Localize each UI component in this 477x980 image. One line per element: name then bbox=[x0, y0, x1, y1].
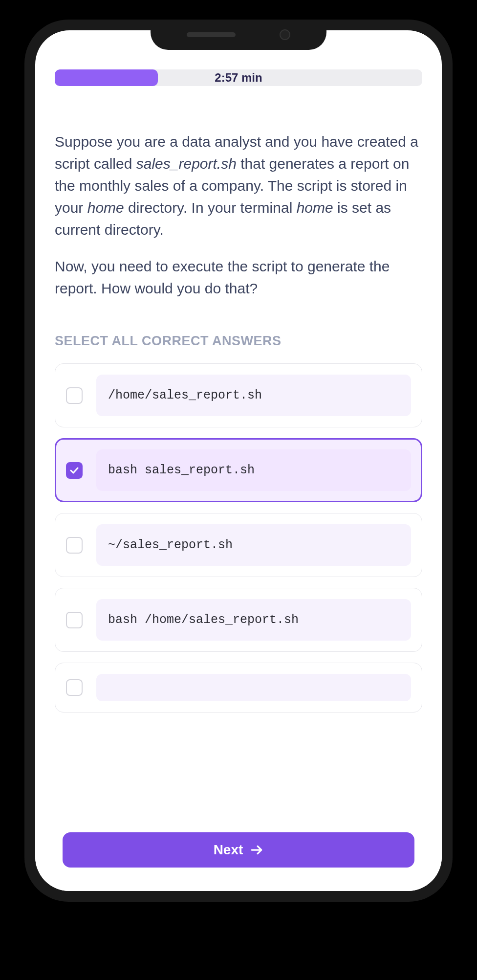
question-paragraph-1: Suppose you are a data analyst and you h… bbox=[55, 131, 422, 241]
instruction-label: SELECT ALL CORRECT ANSWERS bbox=[55, 334, 422, 349]
answer-option[interactable] bbox=[55, 663, 422, 713]
answer-option[interactable]: bash sales_report.sh bbox=[55, 438, 422, 502]
answer-option[interactable]: bash /home/sales_report.sh bbox=[55, 588, 422, 652]
option-code: bash /home/sales_report.sh bbox=[96, 599, 411, 641]
question-area[interactable]: Suppose you are a data analyst and you h… bbox=[35, 101, 442, 891]
next-button-label: Next bbox=[214, 842, 243, 858]
phone-frame: 2:57 min Suppose you are a data analyst … bbox=[0, 0, 477, 980]
notch bbox=[151, 20, 326, 50]
option-code bbox=[96, 674, 411, 701]
checkbox[interactable] bbox=[66, 679, 83, 696]
option-code: /home/sales_report.sh bbox=[96, 375, 411, 416]
speaker bbox=[187, 32, 236, 37]
footer: Next bbox=[35, 821, 442, 891]
timer-label: 2:57 min bbox=[215, 71, 262, 85]
option-code: ~/sales_report.sh bbox=[96, 524, 411, 566]
options-list: /home/sales_report.shbash sales_report.s… bbox=[55, 363, 422, 713]
progress-fill bbox=[55, 69, 158, 86]
arrow-right-icon bbox=[251, 845, 263, 855]
checkbox[interactable] bbox=[66, 462, 83, 479]
option-code: bash sales_report.sh bbox=[96, 449, 411, 491]
checkbox[interactable] bbox=[66, 387, 83, 404]
camera-icon bbox=[280, 29, 290, 40]
answer-option[interactable]: ~/sales_report.sh bbox=[55, 513, 422, 577]
checkbox[interactable] bbox=[66, 537, 83, 554]
next-button[interactable]: Next bbox=[63, 832, 414, 868]
answer-option[interactable]: /home/sales_report.sh bbox=[55, 363, 422, 427]
content: 2:57 min Suppose you are a data analyst … bbox=[35, 30, 442, 891]
screen: 2:57 min Suppose you are a data analyst … bbox=[35, 30, 442, 891]
progress-section: 2:57 min bbox=[35, 69, 442, 101]
check-icon bbox=[70, 467, 79, 474]
checkbox[interactable] bbox=[66, 612, 83, 628]
progress-bar: 2:57 min bbox=[55, 69, 422, 86]
phone-body: 2:57 min Suppose you are a data analyst … bbox=[24, 20, 453, 902]
question-paragraph-2: Now, you need to execute the script to g… bbox=[55, 255, 422, 299]
